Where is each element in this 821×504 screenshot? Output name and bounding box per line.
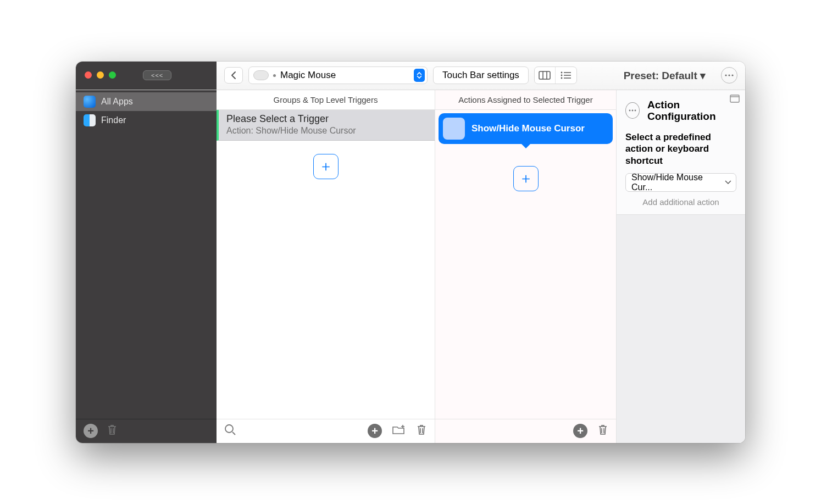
trigger-title: Please Select a Trigger (226, 113, 427, 125)
triggers-add-button[interactable]: + (368, 424, 382, 438)
svg-point-3 (561, 72, 562, 74)
trash-icon (597, 424, 608, 436)
folder-plus-icon (392, 424, 406, 436)
ellipsis-icon (629, 109, 636, 112)
search-button[interactable] (224, 424, 236, 438)
sidebar-add-button[interactable]: + (84, 424, 98, 438)
toolbar: <<< Magic Mouse Touch Bar settings (76, 62, 745, 90)
svg-point-5 (561, 75, 562, 76)
nav-back-button[interactable] (224, 67, 243, 84)
dot-icon (273, 74, 276, 77)
popout-button[interactable] (730, 95, 740, 105)
trigger-row[interactable]: Please Select a Trigger Action: Show/Hid… (217, 110, 435, 141)
inspector-top: Action Configuration Select a predefined… (617, 90, 745, 215)
inspector-title: Action Configuration (647, 99, 736, 123)
add-trigger-button[interactable]: ＋ (313, 154, 339, 179)
view-mode-segment (534, 67, 577, 84)
triggers-column: Groups & Top Level Triggers Please Selec… (217, 90, 435, 443)
ellipsis-icon (725, 74, 734, 76)
view-columns-button[interactable] (535, 67, 556, 84)
mouse-icon (253, 70, 269, 80)
inspector-panel: Action Configuration Select a predefined… (617, 90, 745, 443)
add-additional-action-link[interactable]: Add additional action (625, 197, 736, 207)
action-chip-thumb (443, 118, 465, 140)
app-window: <<< Magic Mouse Touch Bar settings (76, 62, 745, 443)
view-list-button[interactable] (556, 67, 576, 84)
trigger-subtitle: Action: Show/Hide Mouse Cursor (226, 126, 427, 136)
finder-icon (84, 114, 96, 126)
list-icon (561, 71, 572, 79)
triggers-header: Groups & Top Level Triggers (217, 90, 435, 110)
toolbar-main: Magic Mouse Touch Bar settings Preset: D… (217, 67, 745, 84)
inspector-subtitle: Select a predefined action or keyboard s… (625, 131, 736, 167)
actions-delete-button[interactable] (597, 424, 608, 438)
sidebar: All Apps Finder + (76, 90, 217, 443)
svg-point-25 (632, 110, 634, 112)
triggers-footer: + (217, 419, 435, 443)
device-select-stepper[interactable] (414, 69, 425, 82)
svg-point-26 (635, 110, 636, 112)
window-icon (730, 95, 740, 103)
titlebar-traffic-area: <<< (76, 62, 217, 90)
action-select[interactable]: Show/Hide Mouse Cur... (625, 173, 736, 192)
action-chip[interactable]: Show/Hide Mouse Cursor (439, 113, 613, 144)
sidebar-item-label: Finder (101, 115, 126, 125)
search-icon (224, 424, 236, 436)
preset-selector[interactable]: Preset: Default ▾ (624, 69, 706, 82)
plus-icon: ＋ (319, 157, 333, 176)
svg-point-14 (225, 425, 233, 433)
chevron-down-icon (725, 180, 731, 185)
columns-icon (539, 71, 551, 80)
svg-rect-22 (730, 95, 739, 102)
plus-icon: ＋ (519, 169, 533, 188)
svg-rect-0 (539, 71, 550, 79)
actions-header: Actions Assigned to Selected Trigger (435, 90, 616, 110)
actions-add-button[interactable]: + (573, 424, 587, 438)
actions-footer: + (435, 419, 616, 443)
triggers-delete-button[interactable] (416, 424, 427, 438)
action-chip-label: Show/Hide Mouse Cursor (471, 123, 585, 134)
sidebar-list: All Apps Finder (76, 90, 217, 419)
svg-line-15 (232, 432, 235, 435)
device-select-label: Magic Mouse (280, 70, 336, 81)
sidebar-item-label: All Apps (101, 97, 133, 107)
zoom-window-button[interactable] (109, 71, 116, 79)
triggers-new-group-button[interactable] (392, 424, 406, 438)
triggers-body: Please Select a Trigger Action: Show/Hid… (217, 110, 435, 419)
touch-bar-settings-button[interactable]: Touch Bar settings (433, 67, 529, 84)
device-select[interactable]: Magic Mouse (248, 67, 428, 84)
svg-point-11 (731, 74, 733, 76)
collapse-sidebar-button[interactable]: <<< (143, 70, 171, 80)
more-menu-button[interactable] (721, 67, 737, 84)
inspector-body (617, 215, 745, 443)
globe-icon (84, 96, 96, 108)
chevron-left-icon (231, 71, 237, 80)
trash-icon (416, 424, 427, 436)
add-action-button[interactable]: ＋ (513, 166, 539, 191)
svg-point-7 (561, 77, 562, 79)
window-body: All Apps Finder + Groups & Top Level Tri… (76, 90, 745, 443)
svg-point-24 (629, 110, 631, 112)
svg-point-10 (728, 74, 730, 76)
trash-icon (107, 424, 118, 436)
actions-column: Actions Assigned to Selected Trigger Sho… (435, 90, 617, 443)
svg-point-9 (725, 74, 726, 76)
sidebar-item-finder[interactable]: Finder (76, 111, 217, 130)
minimize-window-button[interactable] (97, 71, 104, 79)
close-window-button[interactable] (85, 71, 92, 79)
action-config-icon (625, 102, 640, 119)
sidebar-item-all-apps[interactable]: All Apps (76, 92, 217, 111)
actions-body: Show/Hide Mouse Cursor ＋ (435, 110, 616, 419)
action-select-value: Show/Hide Mouse Cur... (631, 173, 725, 192)
sidebar-delete-button[interactable] (107, 424, 118, 438)
sidebar-footer: + (76, 419, 217, 443)
